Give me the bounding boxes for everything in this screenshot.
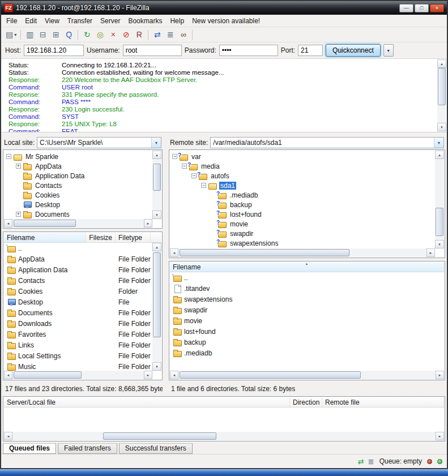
tree-item-var[interactable]: −var xyxy=(170,152,435,161)
quickconnect-dropdown-button[interactable] xyxy=(383,44,394,57)
scrollbar-thumb[interactable] xyxy=(153,164,161,191)
menu-item-edit[interactable]: Edit xyxy=(21,15,41,27)
log-vertical-scrollbar[interactable] xyxy=(437,59,446,131)
menu-item-transfer[interactable]: Transfer xyxy=(63,15,96,27)
minus-expander-icon[interactable]: − xyxy=(191,173,197,178)
column-header-filetype[interactable]: Filetype xyxy=(116,233,151,242)
file-row-documents[interactable]: DocumentsFile Folder xyxy=(4,307,152,318)
file-row-titandev[interactable]: .titandev xyxy=(170,283,444,294)
host-input[interactable] xyxy=(24,45,84,56)
queue-hscroll[interactable] xyxy=(4,432,444,440)
file-row-up[interactable]: .. xyxy=(4,243,152,254)
toolbar-cancel-button[interactable]: × xyxy=(106,28,120,41)
scrollbar-thumb[interactable] xyxy=(436,208,443,236)
scroll-left-button[interactable] xyxy=(4,432,12,440)
column-header-filename[interactable]: Filename xyxy=(4,233,86,242)
file-row-mediadb[interactable]: .mediadb xyxy=(170,348,444,358)
tab-successful-transfers[interactable]: Successful transfers xyxy=(119,443,193,454)
file-row-links[interactable]: LinksFile Folder xyxy=(4,340,152,350)
tree-item-documents[interactable]: +Documents xyxy=(4,209,152,219)
remote-list-hscroll[interactable] xyxy=(170,371,444,379)
scroll-track[interactable] xyxy=(437,68,446,123)
scroll-right-button[interactable] xyxy=(144,371,152,379)
tree-item-contacts[interactable]: Contacts xyxy=(4,181,152,190)
tree-item-media[interactable]: −media xyxy=(170,161,435,171)
tab-failed-transfers[interactable]: Failed transfers xyxy=(58,443,117,454)
file-row-appdata[interactable]: AppDataFile Folder xyxy=(4,254,152,264)
password-input[interactable] xyxy=(219,45,278,56)
column-header-remote-file[interactable]: Remote file xyxy=(322,397,444,407)
remote-tree-hscroll[interactable] xyxy=(170,248,435,257)
local-list-vscroll[interactable] xyxy=(152,243,161,371)
scrollbar-thumb[interactable] xyxy=(180,249,349,256)
maximize-button[interactable]: □ xyxy=(415,4,429,12)
file-row-application-data[interactable]: Application DataFile Folder xyxy=(4,264,152,275)
synchronized-browsing-indicator-icon[interactable]: ⇄ xyxy=(358,457,364,466)
file-row-swapdir[interactable]: swapdir xyxy=(170,305,444,315)
scroll-up-button[interactable] xyxy=(152,151,161,159)
scroll-up-button[interactable] xyxy=(435,151,444,159)
file-row-local-settings[interactable]: Local SettingsFile Folder xyxy=(4,350,152,361)
file-row-backup[interactable]: backup xyxy=(170,337,444,348)
scroll-track[interactable] xyxy=(12,432,436,440)
scroll-track[interactable] xyxy=(12,371,144,379)
toolbar-site-manager-button[interactable]: ▤▾ xyxy=(4,28,18,41)
scroll-track[interactable] xyxy=(435,159,444,240)
scroll-up-button[interactable] xyxy=(152,243,161,251)
tab-queued-files[interactable]: Queued files xyxy=(3,443,56,454)
file-row-cookies[interactable]: CookiesFolder xyxy=(4,286,152,297)
title-bar[interactable]: FZ 192.168.1.20 - root@192.168.1.20 - Fi… xyxy=(1,1,447,15)
column-header-filename[interactable]: Filename▲ xyxy=(170,262,444,272)
file-row-swapextensions[interactable]: swapextensions xyxy=(170,294,444,305)
combo-dropdown-icon[interactable] xyxy=(434,138,443,148)
taskbar[interactable] xyxy=(0,469,448,476)
scroll-right-button[interactable] xyxy=(436,432,444,440)
toolbar-find-files-button[interactable]: ∞ xyxy=(177,28,190,41)
toolbar-toggle-remote-tree-button[interactable]: ⊞ xyxy=(49,28,62,41)
minus-expander-icon[interactable]: − xyxy=(6,154,11,159)
toolbar-toggle-local-tree-button[interactable]: ⊟ xyxy=(36,28,49,41)
menu-item-server[interactable]: Server xyxy=(96,15,124,27)
scrollbar-thumb[interactable] xyxy=(14,220,76,227)
local-site-combo[interactable]: C:\Users\Mr Sparkle\ xyxy=(37,137,161,148)
scrollbar-thumb[interactable] xyxy=(180,371,361,379)
file-row-lost-found[interactable]: lost+found xyxy=(170,326,444,337)
close-button[interactable]: × xyxy=(430,4,444,12)
menu-item-new-version-available[interactable]: New version available! xyxy=(188,15,264,27)
tree-item-cookies[interactable]: Cookies xyxy=(4,190,152,200)
tree-item-appdata[interactable]: +AppData xyxy=(4,161,152,171)
scroll-left-button[interactable] xyxy=(4,371,12,379)
tree-item-backup[interactable]: backup xyxy=(170,200,435,209)
port-input[interactable] xyxy=(298,45,323,56)
tree-item-swapextensions[interactable]: swapextensions xyxy=(170,238,435,248)
toolbar-refresh-button[interactable]: ↻ xyxy=(80,28,93,41)
scroll-track[interactable] xyxy=(152,159,161,211)
scroll-right-button[interactable] xyxy=(144,219,152,228)
plus-expander-icon[interactable]: + xyxy=(16,212,21,217)
local-tree-vscroll[interactable] xyxy=(152,151,161,219)
file-row-up[interactable]: .. xyxy=(170,272,444,283)
minus-expander-icon[interactable]: − xyxy=(172,154,177,159)
menu-item-bookmarks[interactable]: Bookmarks xyxy=(124,15,166,27)
scroll-left-button[interactable] xyxy=(170,248,178,257)
tree-item-mr-sparkle[interactable]: −Mr Sparkle xyxy=(4,152,152,161)
tree-item-autofs[interactable]: −autofs xyxy=(170,171,435,181)
tree-item-sda1[interactable]: −sda1 xyxy=(170,181,435,190)
scroll-up-button[interactable] xyxy=(437,59,446,68)
local-list-hscroll[interactable] xyxy=(4,371,152,379)
scroll-down-button[interactable] xyxy=(435,240,444,248)
remote-tree-vscroll[interactable] xyxy=(435,151,444,248)
scrollbar-thumb[interactable] xyxy=(438,68,446,105)
toolbar-filename-filters-button[interactable]: Q xyxy=(62,28,75,41)
scroll-down-button[interactable] xyxy=(437,123,446,131)
column-header-filesize[interactable]: Filesize xyxy=(86,233,116,242)
toolbar-disconnect-button[interactable]: ⊘ xyxy=(120,28,133,41)
local-tree-hscroll[interactable] xyxy=(4,219,152,228)
toolbar-directory-comparison-button[interactable]: ≣ xyxy=(164,28,177,41)
file-row-favorites[interactable]: FavoritesFile Folder xyxy=(4,329,152,340)
scroll-track[interactable] xyxy=(178,371,436,379)
file-row-downloads[interactable]: DownloadsFile Folder xyxy=(4,318,152,329)
column-header-server-local-file[interactable]: Server/Local file xyxy=(4,397,290,407)
toolbar-process-queue-button[interactable]: ◎ xyxy=(93,28,106,41)
scrollbar-thumb[interactable] xyxy=(103,432,216,440)
